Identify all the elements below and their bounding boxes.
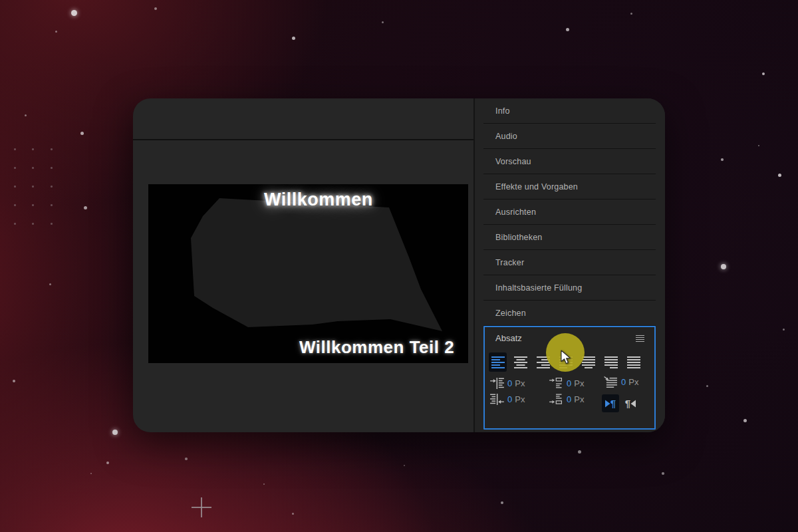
panel-tab-label: Tracker	[495, 258, 524, 267]
panel-tab-tracker[interactable]: Tracker	[483, 250, 656, 275]
panel-tab-label: Ausrichten	[495, 207, 536, 217]
star	[778, 174, 781, 177]
space-after-unit: Px	[574, 394, 584, 404]
indent-right-field[interactable]: 0 Px	[490, 394, 525, 405]
justify-last-right-button[interactable]	[602, 352, 620, 372]
panel-tab-vorschau[interactable]: Vorschau	[483, 149, 656, 174]
indent-right-value[interactable]: 0	[507, 394, 512, 404]
text-direction-rtl-button[interactable]: ¶	[622, 394, 639, 412]
background-dot	[32, 167, 34, 169]
align-left-button[interactable]	[489, 352, 507, 372]
background-dot	[51, 167, 53, 169]
star	[721, 158, 724, 161]
crosshair-icon	[201, 497, 202, 517]
background-dot	[14, 167, 16, 169]
background-dot	[51, 204, 53, 206]
panel-tab-label: Info	[495, 106, 510, 116]
panel-tab-inhaltsbasierte-fuellung[interactable]: Inhaltsbasierte Füllung	[483, 275, 656, 301]
composition-title-text: Willkommen	[264, 190, 373, 210]
star	[578, 450, 581, 454]
space-after-field[interactable]: 0 Px	[549, 394, 584, 405]
background-dot	[32, 186, 34, 188]
star	[13, 380, 15, 382]
indent-right-icon	[490, 394, 504, 405]
star	[106, 462, 109, 464]
justify-all-button[interactable]	[624, 352, 642, 372]
background-dot	[14, 223, 16, 225]
star	[743, 419, 747, 422]
first-line-indent-unit: Px	[628, 377, 638, 387]
after-effects-window: Willkommen Willkommen Teil 2 Info Audio …	[133, 98, 665, 432]
star	[501, 501, 503, 504]
pilcrow-icon: ¶	[610, 398, 616, 408]
star	[154, 7, 157, 10]
star	[762, 72, 765, 76]
star	[566, 28, 569, 31]
star	[25, 114, 27, 116]
background-dot	[32, 204, 34, 206]
indent-left-field[interactable]: 0 Px	[490, 378, 525, 389]
text-direction-group: ¶ ¶	[602, 394, 642, 412]
align-center-icon	[514, 356, 527, 368]
panel-tab-bibliotheken[interactable]: Bibliotheken	[483, 225, 656, 250]
star	[49, 283, 51, 285]
composition-panel: Willkommen Willkommen Teil 2	[133, 98, 473, 432]
text-direction-ltr-button[interactable]: ¶	[602, 394, 619, 412]
triangle-right-icon	[605, 400, 610, 408]
background-dot	[14, 186, 16, 188]
star	[112, 430, 118, 435]
indent-left-value[interactable]: 0	[507, 378, 512, 388]
mouse-cursor-icon	[561, 350, 574, 365]
first-line-indent-value[interactable]: 0	[621, 377, 626, 387]
composition-tab-strip[interactable]	[133, 98, 473, 140]
indent-right-unit: Px	[515, 394, 525, 404]
star	[662, 472, 664, 475]
star	[706, 385, 708, 387]
star	[80, 132, 84, 135]
star	[84, 206, 87, 209]
background-dot	[51, 223, 53, 225]
panel-tab-zeichen[interactable]: Zeichen	[483, 301, 656, 326]
background-dot	[32, 223, 34, 225]
panel-tab-ausrichten[interactable]: Ausrichten	[483, 200, 656, 225]
background-dot	[51, 148, 53, 150]
star	[292, 513, 294, 515]
panel-tab-info[interactable]: Info	[483, 98, 656, 124]
star	[71, 10, 77, 16]
background-dot	[51, 186, 53, 188]
panel-tab-label: Effekte und Vorgaben	[495, 182, 578, 192]
space-after-icon	[549, 394, 563, 405]
panel-tab-label: Zeichen	[495, 309, 526, 318]
space-after-value[interactable]: 0	[567, 394, 571, 404]
space-before-unit: Px	[574, 378, 584, 388]
pilcrow-icon: ¶	[625, 398, 630, 408]
space-before-field[interactable]: 0 Px	[549, 378, 584, 389]
panel-column: Info Audio Vorschau Effekte und Vorgaben…	[475, 98, 665, 432]
triangle-left-icon	[630, 400, 636, 408]
panel-tab-label: Audio	[495, 132, 517, 141]
star	[721, 264, 726, 269]
background-dot	[14, 204, 16, 206]
panel-tab-effekte-und-vorgaben[interactable]: Effekte und Vorgaben	[483, 174, 656, 200]
panel-menu-icon[interactable]	[636, 335, 644, 342]
first-line-indent-icon	[604, 376, 618, 388]
panel-tab-audio[interactable]: Audio	[483, 124, 656, 149]
star	[404, 465, 406, 467]
panel-tab-label: Vorschau	[495, 157, 531, 166]
indent-left-icon	[490, 378, 504, 389]
mask-shape	[148, 184, 468, 363]
star	[382, 21, 384, 23]
first-line-indent-field[interactable]: 0 Px	[604, 376, 638, 388]
background-dot	[32, 148, 34, 150]
composition-subtitle-text: Willkommen Teil 2	[299, 337, 454, 358]
space-before-icon	[549, 378, 563, 389]
panel-tab-label: Inhaltsbasierte Füllung	[495, 283, 582, 293]
space-before-value[interactable]: 0	[567, 378, 571, 388]
star	[185, 458, 188, 460]
star	[90, 473, 92, 475]
align-center-button[interactable]	[511, 352, 529, 372]
background-dot	[14, 148, 16, 150]
justify-all-icon	[627, 356, 640, 368]
star	[783, 329, 785, 331]
composition-viewer[interactable]: Willkommen Willkommen Teil 2	[148, 184, 468, 363]
